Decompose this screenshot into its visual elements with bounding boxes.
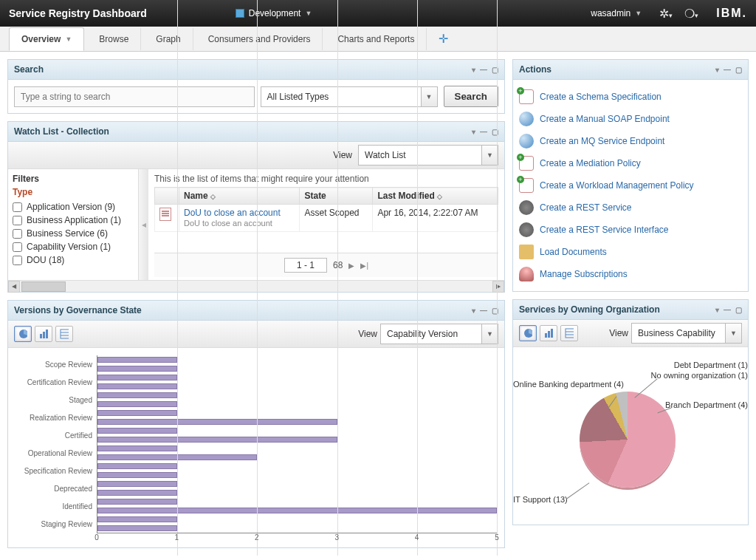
user-name: wasadmin — [591, 8, 630, 18]
chevron-down-icon[interactable]: ▾ — [715, 306, 719, 314]
bar-chart-button[interactable] — [540, 325, 557, 341]
minimize-icon[interactable]: — — [480, 66, 487, 74]
scroll-thumb[interactable] — [21, 281, 66, 292]
minimize-icon[interactable]: — — [480, 307, 487, 315]
filter-checkbox[interactable] — [13, 202, 22, 212]
row-name-link[interactable]: DoU to close an account — [184, 208, 281, 218]
filters-type-label: Type — [13, 187, 143, 197]
filter-checkbox[interactable] — [13, 229, 22, 239]
tab-browse[interactable]: Browse — [87, 28, 141, 50]
action-item[interactable]: Create a Mediation Policy — [519, 152, 742, 174]
table-view-button[interactable] — [560, 325, 578, 341]
filter-checkbox[interactable] — [13, 256, 22, 265]
maximize-icon[interactable]: ▢ — [735, 66, 742, 74]
action-link[interactable]: Create a Mediation Policy — [540, 158, 641, 168]
perspective-selector[interactable]: Development ▼ — [236, 8, 312, 18]
filter-item[interactable]: Business Application (1) — [13, 214, 143, 227]
gear-icon[interactable]: ✲▾ — [659, 7, 673, 21]
search-button[interactable]: Search — [444, 86, 498, 107]
add-tab-button[interactable]: ✛ — [430, 32, 457, 46]
bar-row: Certified — [16, 426, 497, 444]
row-state: Asset Scoped — [300, 205, 373, 232]
filters-pane: Filters Type Application Version (9) Bus… — [8, 169, 148, 280]
resize-handle[interactable]: ◂ — [138, 169, 148, 280]
action-item[interactable]: Create a REST Service Interface — [519, 219, 742, 241]
action-icon — [519, 245, 534, 259]
versions-view-select[interactable]: Capability Version ▼ — [380, 324, 498, 344]
pie-label-it: IT Support (13) — [513, 495, 568, 504]
tab-charts-reports[interactable]: Charts and Reports — [326, 28, 427, 50]
bar-row: Realization Review — [16, 409, 497, 426]
search-input[interactable] — [14, 86, 255, 107]
action-link[interactable]: Create a Schema Specification — [540, 92, 662, 102]
filter-item[interactable]: Business Service (6) — [13, 227, 143, 240]
action-link[interactable]: Create a REST Service — [540, 202, 632, 213]
bar-label: Identified — [16, 502, 97, 511]
user-menu[interactable]: wasadmin ▼ — [591, 8, 642, 18]
pie-chart-button[interactable] — [519, 325, 537, 341]
types-select[interactable]: All Listed Types ▼ — [261, 86, 438, 107]
bar-label: Staging Review — [16, 520, 97, 528]
action-item[interactable]: Create a Workload Management Policy — [519, 174, 742, 197]
chevron-down-icon[interactable]: ▾ — [472, 128, 475, 136]
action-link[interactable]: Create a Manual SOAP Endpoint — [540, 114, 670, 124]
document-icon — [159, 208, 171, 221]
bar-chart-button[interactable] — [35, 326, 52, 342]
chevron-down-icon: ▼ — [725, 324, 741, 343]
table-row[interactable]: DoU to close an accountDoU to close an a… — [155, 205, 498, 232]
view-label: View — [333, 150, 352, 160]
services-view-select[interactable]: Business Capability ▼ — [631, 323, 742, 344]
watchlist-view-select[interactable]: Watch List ▼ — [358, 145, 498, 165]
scroll-right-icon[interactable]: ▶ — [492, 281, 504, 293]
bar-row: Specification Review — [16, 462, 497, 479]
table-view-button[interactable] — [55, 326, 73, 342]
action-link[interactable]: Manage Subscriptions — [540, 269, 628, 279]
chevron-down-icon: ▼ — [481, 146, 498, 165]
horizontal-scrollbar[interactable]: ◀ ▶ — [8, 280, 504, 292]
filter-item[interactable]: Capability Version (1) — [13, 240, 143, 253]
svg-rect-8 — [545, 333, 547, 338]
row-modified: Apr 16, 2014, 2:22:07 AM — [373, 205, 498, 232]
chevron-down-icon[interactable]: ▾ — [472, 66, 475, 74]
svg-rect-11 — [566, 329, 574, 338]
scroll-left-icon[interactable]: ◀ — [8, 281, 20, 293]
action-item[interactable]: Create a REST Service — [519, 197, 742, 219]
action-link[interactable]: Create a Workload Management Policy — [540, 180, 694, 191]
action-item[interactable]: Create a Manual SOAP Endpoint — [519, 108, 742, 130]
action-item[interactable]: Manage Subscriptions — [519, 263, 742, 285]
maximize-icon[interactable]: ▢ — [735, 306, 742, 314]
versions-chart-title: Versions by Governance State — [14, 305, 142, 315]
col-modified[interactable]: Last Modified ◇ — [373, 188, 498, 205]
action-item[interactable]: Create a Schema Specification — [519, 86, 742, 108]
tab-consumers-providers[interactable]: Consumers and Providers — [196, 28, 323, 50]
chevron-down-icon[interactable]: ▾ — [472, 307, 475, 315]
help-icon[interactable]: ❍▾ — [684, 7, 698, 21]
bar-row: Staged — [16, 391, 497, 409]
filter-checkbox[interactable] — [13, 242, 22, 252]
chevron-down-icon[interactable]: ▾ — [715, 66, 719, 74]
tab-graph[interactable]: Graph — [144, 28, 193, 50]
tab-overview[interactable]: Overview▼ — [9, 27, 84, 51]
next-page-icon[interactable]: ▶ — [348, 262, 354, 270]
action-item[interactable]: Load Documents — [519, 241, 742, 263]
action-icon — [519, 134, 534, 148]
action-link[interactable]: Load Documents — [540, 247, 607, 257]
action-link[interactable]: Create a REST Service Interface — [540, 225, 669, 235]
col-name[interactable]: Name ◇ — [179, 188, 300, 205]
filter-item[interactable]: Application Version (9) — [13, 200, 143, 214]
chevron-down-icon: ▼ — [305, 10, 312, 17]
last-page-icon[interactable]: ▶| — [360, 262, 368, 270]
action-link[interactable]: Create an MQ Service Endpoint — [540, 136, 664, 146]
minimize-icon[interactable]: — — [724, 66, 731, 74]
filter-item[interactable]: DOU (18) — [13, 253, 143, 267]
col-state[interactable]: State — [300, 188, 373, 205]
minimize-icon[interactable]: — — [480, 128, 487, 136]
bar-label: Certified — [16, 431, 97, 440]
minimize-icon[interactable]: — — [724, 306, 731, 314]
bar-label: Operational Review — [16, 449, 97, 457]
services-chart-panel: Services by Owning Organization ▾ — ▢ Vi… — [512, 299, 749, 525]
action-item[interactable]: Create an MQ Service Endpoint — [519, 130, 742, 152]
pie-chart-button[interactable] — [14, 326, 32, 342]
search-title: Search — [14, 64, 44, 75]
filter-checkbox[interactable] — [13, 216, 22, 225]
